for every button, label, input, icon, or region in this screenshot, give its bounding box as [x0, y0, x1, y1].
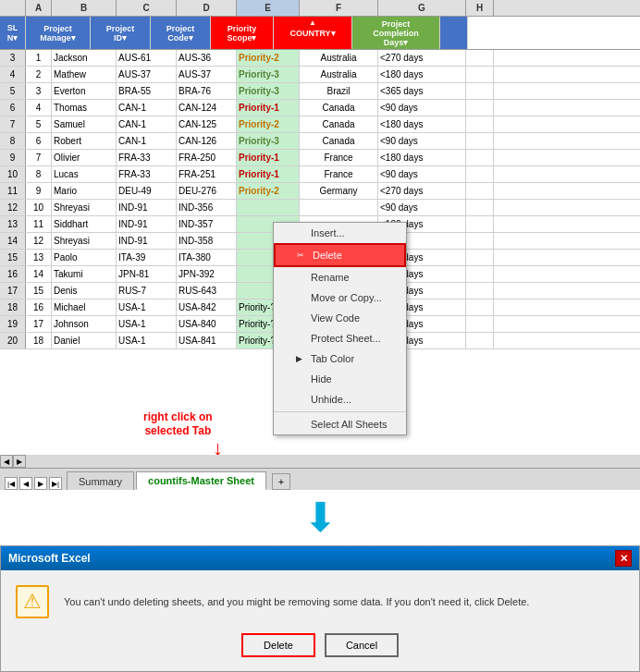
row-num-7: 7	[0, 116, 26, 132]
cell-pc-12: ITA-380	[177, 250, 237, 265]
tab-prev-btn[interactable]: ◀	[19, 477, 32, 490]
cell-h-2	[466, 83, 494, 99]
cell-ps-6: Priority-1	[237, 150, 300, 165]
ctx-menu-item-rename[interactable]: Rename	[274, 267, 406, 287]
row-num-18: 18	[0, 299, 26, 315]
scroll-right-btn[interactable]: ▶	[13, 455, 26, 468]
ctx-menu-item-unhide[interactable]: Unhide...	[274, 389, 406, 409]
tab-first-btn[interactable]: |◀	[5, 477, 18, 490]
cell-pc-3: CAN-124	[177, 100, 237, 116]
cell-pid-9: IND-91	[117, 200, 177, 215]
ctx-menu-item-tab-color[interactable]: ▶Tab Color	[274, 348, 406, 369]
ctx-menu-item-insert[interactable]: Insert...	[274, 223, 406, 243]
cell-pid-5: CAN-1	[117, 133, 177, 149]
col-letter-g: G	[378, 0, 466, 16]
cell-pid-17: USA-1	[117, 333, 177, 348]
ctx-menu-item-delete[interactable]: ✂Delete	[274, 243, 406, 267]
cell-h-11	[466, 233, 494, 249]
cell-pcd-6: <180 days	[378, 150, 466, 165]
cell-sl-2: 3	[26, 83, 52, 99]
row-num-15: 15	[0, 250, 26, 265]
context-menu[interactable]: Insert...✂DeleteRenameMove or Copy...Vie…	[273, 222, 407, 435]
cell-country-4: Canada	[300, 116, 378, 132]
cell-pcd-8: <270 days	[378, 183, 466, 199]
cell-pc-1: AUS-37	[177, 67, 237, 82]
row-num-4: 4	[0, 67, 26, 82]
ctx-icon-6: ▶	[292, 352, 305, 365]
tab-bar: |◀ ◀ ▶ ▶| Summary countifs-Master Sheet …	[0, 468, 640, 490]
row-num-19: 19	[0, 316, 26, 332]
cell-pc-16: USA-840	[177, 316, 237, 332]
ctx-menu-item-hide[interactable]: Hide	[274, 369, 406, 389]
cell-pc-14: RUS-643	[177, 283, 237, 299]
cell-pm-3: Thomas	[52, 100, 117, 116]
cell-country-1: Australia	[300, 67, 378, 82]
tab-last-btn[interactable]: ▶|	[49, 477, 62, 490]
cell-sl-10: 11	[26, 216, 52, 232]
ctx-icon-2	[292, 271, 305, 284]
cell-pm-17: Daniel	[52, 333, 117, 348]
cell-pid-8: DEU-49	[117, 183, 177, 199]
cell-ps-2: Priority-3	[237, 83, 300, 99]
cell-pid-12: ITA-39	[117, 250, 177, 265]
cell-pm-9: Shreyasi	[52, 200, 117, 215]
row-num-9: 9	[0, 150, 26, 165]
cell-pid-4: CAN-1	[117, 116, 177, 132]
dialog-close-btn[interactable]: ✕	[615, 550, 632, 567]
dialog-delete-btn[interactable]: Delete	[241, 633, 315, 657]
tab-nav-buttons: |◀ ◀ ▶ ▶|	[0, 477, 67, 490]
ctx-icon-7	[292, 373, 305, 385]
tab-summary[interactable]: Summary	[67, 471, 134, 490]
col-letter-c: C	[117, 0, 177, 16]
cell-pid-11: IND-91	[117, 233, 177, 249]
ctx-menu-item-view-code[interactable]: View Code	[274, 308, 406, 328]
cell-pid-1: AUS-37	[117, 67, 177, 82]
table-row: 3 1 Jackson AUS-61 AUS-36 Priority-2 Aus…	[0, 50, 640, 67]
cell-sl-17: 18	[26, 333, 52, 348]
cell-pid-7: FRA-33	[117, 166, 177, 182]
cell-pm-12: Paolo	[52, 250, 117, 265]
ctx-menu-item-protect-sheet[interactable]: Protect Sheet...	[274, 328, 406, 348]
cell-sl-12: 13	[26, 250, 52, 265]
cell-pm-1: Mathew	[52, 67, 117, 82]
cell-pid-14: RUS-7	[117, 283, 177, 299]
excel-dialog: Microsoft Excel ✕ ⚠ You can't undo delet…	[0, 545, 640, 672]
dialog-message: You can't undo deleting sheets, and you …	[64, 596, 624, 607]
cell-pm-16: Johnson	[52, 316, 117, 332]
tab-next-btn[interactable]: ▶	[34, 477, 47, 490]
cell-sl-14: 15	[26, 283, 52, 299]
cell-sl-8: 9	[26, 183, 52, 199]
row-num-10: 10	[0, 166, 26, 182]
ctx-menu-item-select-all-sheets[interactable]: Select All Sheets	[274, 414, 406, 434]
down-arrow-icon: ⬇	[303, 497, 338, 538]
cell-ps-1: Priority-3	[237, 67, 300, 82]
cell-h-0	[466, 50, 494, 66]
cell-pc-13: JPN-392	[177, 266, 237, 282]
cell-country-8: Germany	[300, 183, 378, 199]
cell-pc-6: FRA-250	[177, 150, 237, 165]
header-h	[440, 17, 468, 49]
col-letter-e: E	[237, 0, 300, 16]
tab-add-btn[interactable]: +	[272, 473, 290, 490]
header-sl: SLN▾	[0, 17, 26, 49]
header-ps: PriorityScope▾	[211, 17, 274, 49]
cell-sl-3: 4	[26, 100, 52, 116]
ctx-icon-3	[292, 291, 305, 304]
cell-ps-7: Priority-1	[237, 166, 300, 182]
tab-summary-label: Summary	[79, 476, 122, 487]
tab-countifs[interactable]: countifs-Master Sheet	[136, 471, 266, 490]
cell-pc-5: CAN-126	[177, 133, 237, 149]
dialog-body: ⚠ You can't undo deleting sheets, and yo…	[1, 570, 639, 633]
scroll-left-btn[interactable]: ◀	[0, 455, 13, 468]
cell-h-1	[466, 67, 494, 82]
cell-pcd-0: <270 days	[378, 50, 466, 66]
dialog-cancel-btn[interactable]: Cancel	[325, 633, 399, 657]
cell-sl-9: 10	[26, 200, 52, 215]
scroll-bar-area[interactable]: ◀ ▶	[0, 455, 640, 468]
ctx-menu-item-move-or-copy[interactable]: Move or Copy...	[274, 287, 406, 308]
cell-pm-7: Lucas	[52, 166, 117, 182]
cell-sl-11: 12	[26, 233, 52, 249]
row-num-5: 5	[0, 83, 26, 99]
cell-pm-15: Michael	[52, 299, 117, 315]
cell-sl-0: 1	[26, 50, 52, 66]
